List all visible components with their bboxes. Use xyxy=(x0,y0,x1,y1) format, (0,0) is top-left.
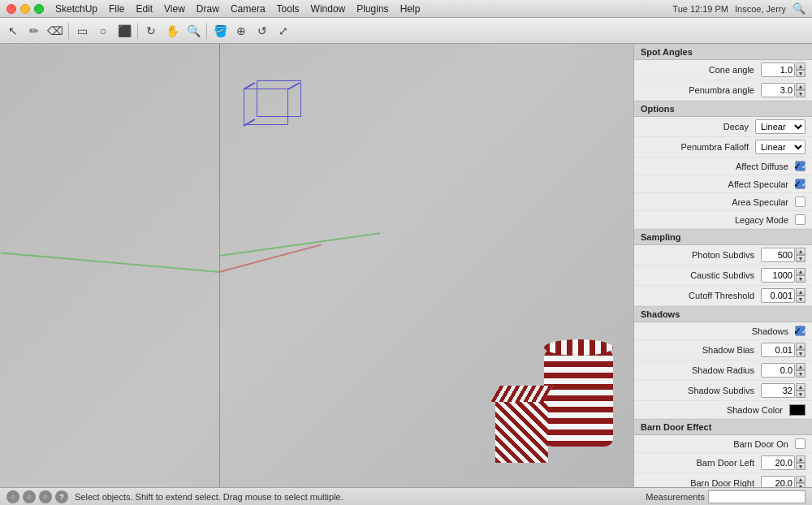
panel-row-label: Caustic Subdivs xyxy=(644,270,761,280)
select-input[interactable]: LinearQuadraticNone xyxy=(755,140,806,154)
number-input[interactable] xyxy=(761,363,795,378)
toolbar-pan[interactable]: ✋ xyxy=(162,21,182,41)
toolbar-pencil[interactable]: ✏ xyxy=(24,21,44,41)
panel-row-label: Cutoff Threshold xyxy=(644,291,761,300)
panel-row-label: Shadow Bias xyxy=(644,345,761,355)
striped-cylinder xyxy=(544,349,613,447)
number-input[interactable] xyxy=(761,455,795,470)
menu-camera[interactable]: Camera xyxy=(226,2,270,16)
spinner-down[interactable]: ▼ xyxy=(796,350,806,357)
toolbar-rotate[interactable]: ↺ xyxy=(253,21,272,41)
number-input[interactable] xyxy=(761,288,795,303)
spinner-up[interactable]: ▲ xyxy=(796,455,806,463)
number-input[interactable] xyxy=(761,343,795,357)
menu-file[interactable]: File xyxy=(104,2,129,16)
status-icon-1[interactable]: ○ xyxy=(6,490,19,503)
toolbar-eraser[interactable]: ⌫ xyxy=(45,21,65,41)
toolbar-push[interactable]: ⬛ xyxy=(114,21,134,41)
select-input[interactable]: LinearQuadraticNone xyxy=(755,119,806,134)
blue-axis xyxy=(219,44,220,487)
number-input[interactable] xyxy=(761,476,795,487)
panel-row: Affect Specular✓ xyxy=(634,175,812,193)
panel-row: Shadow Radius▲▼ xyxy=(634,360,812,381)
menu-window[interactable]: Window xyxy=(306,2,351,16)
toolbar-rect[interactable]: ▭ xyxy=(72,21,92,41)
maximize-button[interactable] xyxy=(34,4,44,14)
spinner-wrap: ▲▼ xyxy=(796,288,806,303)
checkbox[interactable] xyxy=(795,196,806,207)
toolbar-circle[interactable]: ○ xyxy=(93,21,113,41)
spinner-up[interactable]: ▲ xyxy=(796,288,806,296)
close-button[interactable] xyxy=(6,4,16,14)
measurements-input[interactable] xyxy=(708,490,806,503)
status-icon-3[interactable]: ○ xyxy=(39,490,52,503)
status-icon-help[interactable]: ? xyxy=(55,490,68,503)
menu-sketchup[interactable]: SketchUp xyxy=(50,2,102,16)
checkbox[interactable]: ✓ xyxy=(795,326,806,336)
spinner-up[interactable]: ▲ xyxy=(796,248,806,255)
menu-draw[interactable]: Draw xyxy=(192,2,224,16)
number-input[interactable] xyxy=(761,83,795,97)
spinner-up[interactable]: ▲ xyxy=(796,476,806,483)
toolbar-sep-3 xyxy=(206,23,207,39)
spinner-down[interactable]: ▼ xyxy=(796,296,806,303)
section-header-0: Spot Angles xyxy=(634,44,812,60)
color-swatch[interactable] xyxy=(789,404,806,416)
checkbox[interactable] xyxy=(795,214,806,225)
spinner-up[interactable]: ▲ xyxy=(796,343,806,350)
spinner-down[interactable]: ▼ xyxy=(796,391,806,398)
toolbar-paint[interactable]: 🪣 xyxy=(210,21,230,41)
toolbar-move[interactable]: ⊕ xyxy=(231,21,251,41)
panel-row: Shadow Subdivs▲▼ xyxy=(634,381,812,401)
box-top xyxy=(490,386,553,402)
checkbox[interactable]: ✓ xyxy=(795,161,806,171)
spinner-wrap: ▲▼ xyxy=(796,83,806,97)
spinner-down[interactable]: ▼ xyxy=(796,90,806,97)
menu-edit[interactable]: Edit xyxy=(131,2,158,16)
title-bar-right: Tue 12:19 PM Inscoe, Jerry 🔍 xyxy=(672,2,806,15)
status-icon-2[interactable]: ○ xyxy=(23,490,36,503)
spinner-down[interactable]: ▼ xyxy=(796,463,806,470)
section-header-1: Options xyxy=(634,101,812,117)
traffic-lights xyxy=(6,4,44,14)
number-input[interactable] xyxy=(761,63,795,77)
spinner-up[interactable]: ▲ xyxy=(796,83,806,90)
number-input[interactable] xyxy=(761,248,795,262)
search-icon[interactable]: 🔍 xyxy=(793,2,806,15)
panel-row-control: ▲▼ xyxy=(761,363,806,378)
toolbar-zoom[interactable]: 🔍 xyxy=(184,21,203,41)
menu-help[interactable]: Help xyxy=(395,2,425,16)
menu-plugins[interactable]: Plugins xyxy=(352,2,393,16)
spinner-up[interactable]: ▲ xyxy=(796,363,806,370)
panel-row-label: Barn Door On xyxy=(644,439,795,449)
panel-row-control: ✓ xyxy=(795,326,806,336)
spinner-wrap: ▲▼ xyxy=(796,363,806,378)
panel-row: DecayLinearQuadraticNone xyxy=(634,117,812,137)
spinner-down[interactable]: ▼ xyxy=(796,370,806,378)
panel-row-control: ▲▼ xyxy=(761,268,806,283)
measurements-label: Measurements xyxy=(646,492,705,502)
spinner-up[interactable]: ▲ xyxy=(796,383,806,391)
toolbar-scale[interactable]: ⤢ xyxy=(274,21,293,41)
minimize-button[interactable] xyxy=(20,4,30,14)
section-header-4: Barn Door Effect xyxy=(634,419,812,435)
viewport[interactable] xyxy=(0,44,633,487)
toolbar-orbit[interactable]: ↻ xyxy=(141,21,161,41)
menu-view[interactable]: View xyxy=(159,2,190,16)
panel-row-control xyxy=(795,196,806,207)
spinner-down[interactable]: ▼ xyxy=(796,70,806,77)
panel-row-control: ✓ xyxy=(795,179,806,189)
panel-row-control: LinearQuadraticNone xyxy=(755,119,806,134)
spinner-down[interactable]: ▼ xyxy=(796,255,806,262)
spinner-up[interactable]: ▲ xyxy=(796,63,806,70)
checkbox[interactable]: ✓ xyxy=(795,179,806,189)
menu-tools[interactable]: Tools xyxy=(272,2,304,16)
number-input[interactable] xyxy=(761,268,795,283)
number-input[interactable] xyxy=(761,383,795,398)
status-icons: ○ ○ ○ ? xyxy=(6,490,68,503)
toolbar-select[interactable]: ↖ xyxy=(3,21,23,41)
panel-row: Affect Diffuse✓ xyxy=(634,158,812,175)
checkbox[interactable] xyxy=(795,438,806,449)
spinner-up[interactable]: ▲ xyxy=(796,268,806,275)
spinner-down[interactable]: ▼ xyxy=(796,275,806,283)
